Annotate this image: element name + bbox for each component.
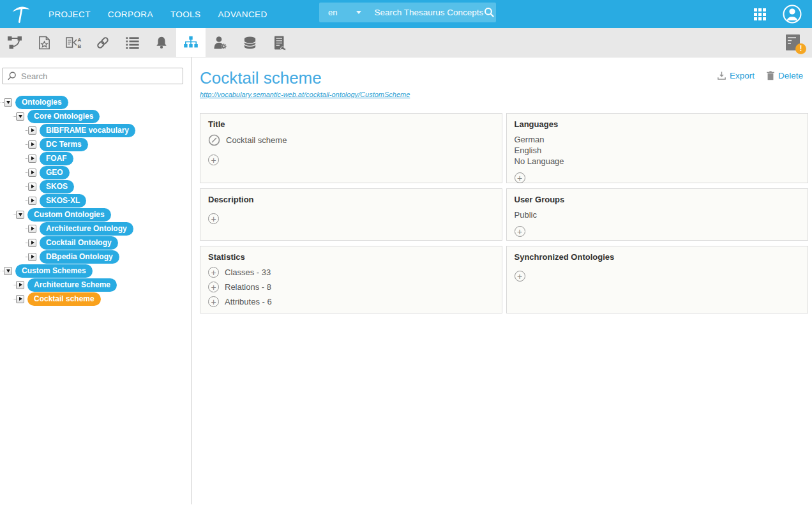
user-settings-icon[interactable] [206,28,235,57]
add-icon[interactable]: + [208,267,219,278]
tree-node-label[interactable]: Ontologies [15,96,68,109]
triangle-glyph [31,170,34,174]
collapse-icon[interactable] [16,112,24,121]
topbar-right-icons [754,4,802,24]
tree-node-foaf: FOAF [25,151,191,165]
menu-item-tools[interactable]: TOOLS [170,10,201,19]
apps-grid-icon[interactable] [754,8,766,20]
expand-icon[interactable] [28,140,36,149]
scheme-tree-icon[interactable] [176,28,206,57]
expand-icon[interactable] [28,253,36,261]
expand-icon[interactable] [16,295,24,303]
list-icon[interactable] [117,28,147,57]
export-button[interactable]: Export [717,71,755,80]
panel-user-groups: User Groups Public + [506,188,809,241]
edit-icon[interactable] [208,134,220,146]
panel-synchronized-ontologies: Synchronized Ontologies + [506,246,809,313]
sidebar-search-input[interactable] [21,72,178,81]
panel-description: Description + [200,188,502,241]
sidebar: OntologiesCore OntologiesBIBFRAME vocabu… [0,57,192,504]
chevron-down-icon[interactable] [356,11,361,14]
expand-icon[interactable] [28,155,36,163]
server-icon[interactable] [264,28,294,57]
tree-node-architecture-ontology: Architecture Ontology [25,222,191,236]
collapse-icon[interactable] [4,267,12,275]
triangle-glyph [31,199,34,202]
thesaurus-search-box[interactable]: en Search Thesaurus Concepts [319,3,496,22]
triangle-glyph [19,297,22,301]
expand-icon[interactable] [28,197,36,205]
triangle-glyph [31,128,34,132]
expand-icon[interactable] [28,169,36,177]
search-language-select[interactable]: en [328,8,337,17]
database-icon[interactable] [235,28,264,57]
expand-icon[interactable] [28,126,36,135]
add-icon[interactable]: + [515,271,525,282]
graph-path-icon[interactable] [0,28,29,57]
tree-node-label[interactable]: SKOS-XL [40,194,86,207]
tree-node-skos-xl: SKOS-XL [25,193,191,207]
list-item: Public [515,209,801,220]
tree-node-label[interactable]: DC Terms [40,138,88,151]
menu-item-project[interactable]: PROJECT [49,10,91,19]
triangle-glyph [31,185,34,188]
triangle-glyph [31,142,34,146]
add-icon[interactable]: + [515,226,525,237]
tree-node-label[interactable]: SKOS [40,180,74,193]
user-groups-list: Public [515,209,801,220]
statistics-row-classes: +Classes - 33 [208,267,494,278]
tree-node-bibframe-vocabulary: BIBFRAME vocabulary [25,123,191,137]
add-icon[interactable]: + [208,213,219,224]
title-value: Cocktail scheme [226,135,287,145]
menu-item-corpora[interactable]: CORPORA [108,10,153,19]
bell-icon[interactable] [147,28,176,57]
tree-node-label[interactable]: Architecture Scheme [27,278,117,292]
tree-node-custom-schemes: Custom Schemes [1,264,191,278]
tree-node-label[interactable]: Custom Ontologies [27,208,111,222]
main-menu: PROJECTCORPORATOOLSADVANCED [49,10,267,19]
add-icon[interactable]: + [208,282,219,292]
expand-icon[interactable] [28,183,36,191]
tree-node-label[interactable]: Core Ontologies [27,110,100,123]
delete-button[interactable]: Delete [766,71,803,80]
tree-node-custom-ontologies: Custom Ontologies [13,207,191,222]
tree-node-label[interactable]: BIBFRAME vocabulary [40,124,135,137]
triangle-glyph [31,255,34,259]
expand-icon[interactable] [28,225,36,233]
tree-node-label[interactable]: Architecture Ontology [40,222,133,236]
collapse-icon[interactable] [16,211,24,219]
expand-icon[interactable] [16,281,24,289]
tree-node-label[interactable]: Custom Schemes [15,264,93,278]
search-icon [7,71,17,81]
collapse-icon[interactable] [4,98,12,107]
expand-icon[interactable] [28,239,36,247]
link-icon[interactable] [88,28,117,57]
tree-node-label[interactable]: Cocktail Ontology [40,236,118,250]
triangle-glyph [19,115,22,118]
add-icon[interactable]: + [208,155,219,165]
triangle-glyph [19,283,22,287]
tree-node-label[interactable]: FOAF [40,152,73,165]
scheme-uri-link[interactable]: http://vocabulary.semantic-web.at/cockta… [200,91,410,98]
triangle-glyph [31,227,34,230]
search-icon[interactable] [483,6,495,19]
svg-text:A: A [78,36,82,42]
document-extract-icon[interactable]: A B [59,28,88,57]
tree-node-label[interactable]: Cocktail scheme [27,292,101,306]
ontology-tree: OntologiesCore OntologiesBIBFRAME vocabu… [0,95,191,306]
search-placeholder-text[interactable]: Search Thesaurus Concepts [374,8,483,17]
panel-languages: Languages GermanEnglishNo Language + [506,113,809,183]
report-warning-icon[interactable]: ! [785,34,802,52]
document-star-icon[interactable] [29,28,59,57]
main-panel: Cocktail scheme http://vocabulary.semant… [192,57,812,504]
menu-item-advanced[interactable]: ADVANCED [218,10,267,19]
tree-node-label[interactable]: DBpedia Ontology [40,250,119,264]
tree-node-label[interactable]: GEO [40,166,70,179]
header-actions: Export Delete [717,71,803,80]
add-icon[interactable]: + [208,296,219,307]
user-avatar-icon[interactable] [783,4,802,24]
svg-text:B: B [78,43,82,49]
list-item: No Language [515,156,801,167]
app-logo-umbrella-icon[interactable] [9,2,33,26]
add-icon[interactable]: + [515,172,525,183]
